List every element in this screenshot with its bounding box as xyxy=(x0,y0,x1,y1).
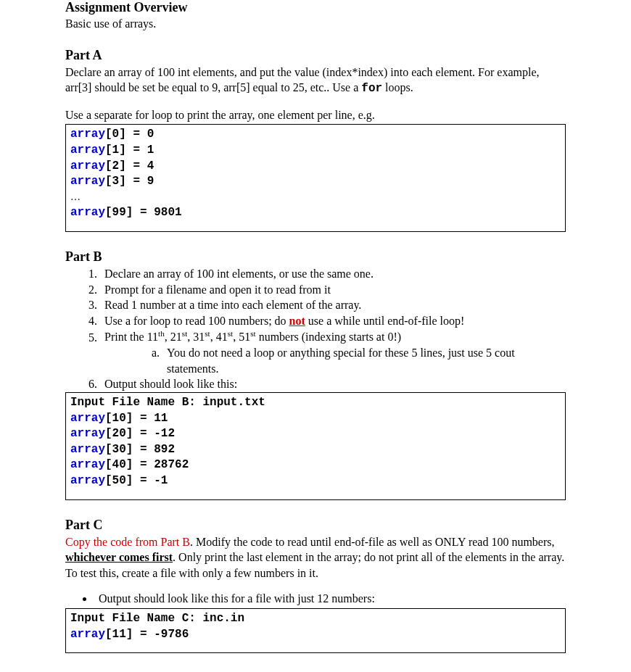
list-item: You do not need a loop or anything speci… xyxy=(162,345,566,376)
list-item: Print the 11th, 21st, 31st, 41st, 51st n… xyxy=(100,328,566,376)
code-text: Input File Name C: inc.in xyxy=(70,612,244,625)
list-item: Read 1 number at a time into each elemen… xyxy=(100,297,566,313)
part-b-heading: Part B xyxy=(65,249,566,265)
part-c-bullet-list-1: Output should look like this for a file … xyxy=(65,591,566,607)
code-text: [10] = 11 xyxy=(105,412,168,425)
text: Print the 11 xyxy=(104,331,158,344)
code-text: [20] = -12 xyxy=(105,427,175,440)
text: , 31 xyxy=(187,331,205,344)
text: . Modify the code to read until end-of-f… xyxy=(190,536,555,548)
code-text: [1] = 1 xyxy=(105,144,154,157)
code-kw: array xyxy=(70,412,105,425)
overview-subtitle: Basic use of arrays. xyxy=(65,17,566,30)
code-kw: array xyxy=(70,474,105,487)
part-c-heading: Part C xyxy=(65,518,566,533)
code-kw: array xyxy=(70,159,105,173)
emphasis-not: not xyxy=(289,315,305,327)
part-c-paragraph: Copy the code from Part B. Modify the co… xyxy=(65,534,566,581)
part-a-codeblock: array[0] = 0 array[1] = 1 array[2] = 4 a… xyxy=(65,124,566,232)
ordinal-sup: st xyxy=(205,329,210,338)
list-item: Declare an array of 100 int elements, or… xyxy=(100,266,566,282)
code-kw: array xyxy=(70,175,105,188)
code-kw: array xyxy=(70,206,105,219)
text: loops. xyxy=(382,81,413,94)
code-text: [0] = 0 xyxy=(105,128,154,141)
text: numbers (indexing starts at 0!) xyxy=(256,331,401,344)
text: , 41 xyxy=(210,331,228,344)
text: Use a for loop to read 100 numbers; do xyxy=(104,315,289,327)
text: Declare an array of 100 int elements, an… xyxy=(65,66,540,94)
code-text: [30] = 892 xyxy=(105,443,175,456)
code-text: [3] = 9 xyxy=(105,175,154,188)
part-b-list: Declare an array of 100 int elements, or… xyxy=(65,266,566,392)
part-b-sublist: You do not need a loop or anything speci… xyxy=(104,345,566,376)
code-text: [2] = 4 xyxy=(105,159,154,173)
emphasis-copy: Copy the code from Part B xyxy=(65,536,190,548)
part-b-codeblock: Input File Name B: input.txt array[10] =… xyxy=(65,392,566,500)
code-kw: array xyxy=(70,458,105,471)
code-text: [40] = 28762 xyxy=(105,458,189,471)
part-a-paragraph-1: Declare an array of 100 int elements, an… xyxy=(65,65,566,97)
code-kw: array xyxy=(70,427,105,440)
part-a-paragraph-2: Use a separate for loop to print the arr… xyxy=(65,107,566,123)
code-text: Input File Name B: input.txt xyxy=(70,396,265,409)
part-a-heading: Part A xyxy=(65,48,566,63)
overview-title: Assignment Overview xyxy=(65,0,566,16)
list-item: Output should look like this for a file … xyxy=(94,591,566,607)
code-text: [11] = -9786 xyxy=(105,628,189,641)
list-item: Prompt for a filename and open it to rea… xyxy=(100,282,566,298)
ordinal-sup: th xyxy=(158,329,165,338)
code-kw: array xyxy=(70,128,105,141)
code-text: [99] = 9801 xyxy=(105,206,182,219)
list-item: Output should look like this: xyxy=(100,376,566,392)
emphasis-whichever: whichever comes first xyxy=(65,551,173,563)
code-text: [50] = -1 xyxy=(105,474,168,487)
part-c-codeblock: Input File Name C: inc.in array[11] = -9… xyxy=(65,608,566,653)
code-kw: array xyxy=(70,628,105,641)
code-keyword-for: for xyxy=(361,82,382,95)
text: , 21 xyxy=(165,331,182,344)
list-item: Use a for loop to read 100 numbers; do n… xyxy=(100,313,566,329)
code-kw: array xyxy=(70,443,105,456)
code-kw: array xyxy=(70,144,105,157)
ordinal-sup: st xyxy=(250,329,255,338)
text: use a while until end-of-file loop! xyxy=(305,315,465,327)
text: , 51 xyxy=(233,331,250,344)
code-ellipsis: … xyxy=(70,191,81,202)
